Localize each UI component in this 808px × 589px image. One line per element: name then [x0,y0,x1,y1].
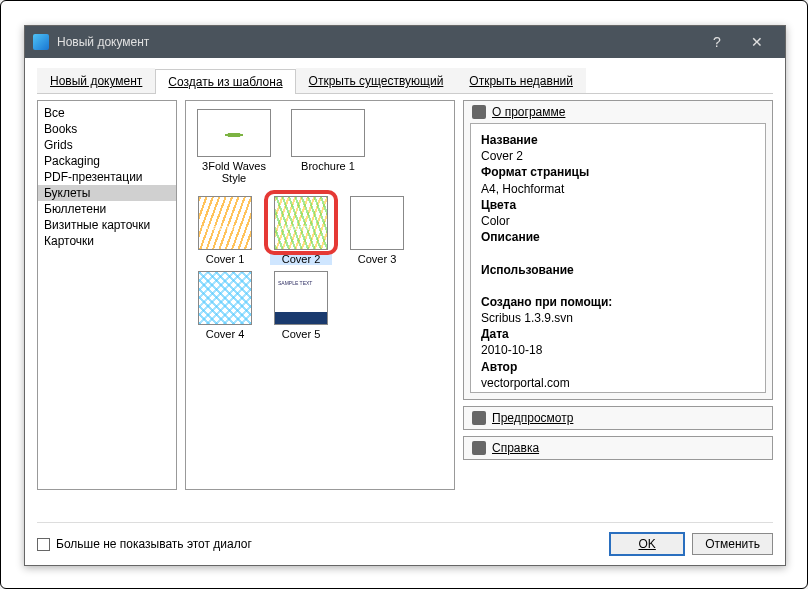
about-date-label: Дата [481,327,509,341]
about-author: vectorportal.com [481,376,570,390]
new-document-dialog: Новый документ ? ✕ Новый документ Создат… [24,25,786,566]
about-header[interactable]: О программе [464,101,772,123]
category-item[interactable]: Визитные карточки [38,217,176,233]
template-item[interactable]: Cover 3 [346,196,408,265]
preview-icon [472,411,486,425]
about-author-label: Автор [481,360,517,374]
template-label: Cover 3 [346,253,408,265]
about-name-label: Название [481,133,538,147]
template-item-selected[interactable]: Cover 2 [270,196,332,265]
category-item[interactable]: Books [38,121,176,137]
category-item[interactable]: Packaging [38,153,176,169]
window-title: Новый документ [57,35,697,49]
about-title: О программе [492,105,565,119]
category-item[interactable]: Все [38,105,176,121]
info-icon [472,105,486,119]
help-title: Справка [492,441,539,455]
about-made: Scribus 1.3.9.svn [481,311,573,325]
preview-section: Предпросмотр [463,406,773,430]
about-colors: Color [481,214,510,228]
help-section: Справка [463,436,773,460]
tabs: Новый документ Создать из шаблона Открыт… [37,68,773,94]
about-page: A4, Hochformat [481,182,564,196]
template-thumb [198,196,252,250]
template-label: Brochure 1 [288,160,368,172]
template-item[interactable]: 3Fold Waves Style [194,109,274,184]
template-label: Cover 2 [270,253,332,265]
about-section: О программе Название Cover 2 Формат стра… [463,100,773,400]
footer: Больше не показывать этот диалог OK Отме… [37,522,773,555]
template-item[interactable]: Cover 1 [194,196,256,265]
tab-open-existing[interactable]: Открыть существующий [296,68,457,93]
about-name: Cover 2 [481,149,523,163]
checkbox-label: Больше не показывать этот диалог [56,537,252,551]
about-date: 2010-10-18 [481,343,542,357]
about-page-label: Формат страницы [481,165,589,179]
category-item[interactable]: Буклеты [38,185,176,201]
help-header[interactable]: Справка [464,437,772,459]
category-item[interactable]: PDF-презентации [38,169,176,185]
template-thumb [274,196,328,250]
template-grid: 3Fold Waves Style Brochure 1 Cover 1 Cov… [185,100,455,490]
app-icon [33,34,49,50]
category-item[interactable]: Карточки [38,233,176,249]
preview-title: Предпросмотр [492,411,573,425]
template-thumb [197,109,271,157]
template-label: 3Fold Waves Style [194,160,274,184]
preview-header[interactable]: Предпросмотр [464,407,772,429]
ok-button[interactable]: OK [610,533,684,555]
about-desc-label: Описание [481,230,540,244]
dont-show-checkbox[interactable]: Больше не показывать этот диалог [37,537,252,551]
template-thumb [274,271,328,325]
checkbox-box[interactable] [37,538,50,551]
template-item[interactable]: Cover 4 [194,271,256,340]
category-item[interactable]: Бюллетени [38,201,176,217]
category-list[interactable]: Все Books Grids Packaging PDF-презентаци… [37,100,177,490]
about-made-label: Создано при помощи: [481,295,612,309]
cancel-button[interactable]: Отменить [692,533,773,555]
about-body: Название Cover 2 Формат страницы A4, Hoc… [470,123,766,393]
template-thumb [350,196,404,250]
template-item[interactable]: Cover 5 [270,271,332,340]
category-item[interactable]: Grids [38,137,176,153]
tab-new-document[interactable]: Новый документ [37,68,155,93]
tab-from-template[interactable]: Создать из шаблона [155,69,295,94]
template-thumb [291,109,365,157]
template-item[interactable]: Brochure 1 [288,109,368,184]
template-thumb [198,271,252,325]
about-usage-label: Использование [481,263,574,277]
titlebar: Новый документ ? ✕ [25,26,785,58]
template-label: Cover 4 [194,328,256,340]
tab-open-recent[interactable]: Открыть недавний [456,68,586,93]
template-label: Cover 5 [270,328,332,340]
close-button[interactable]: ✕ [737,34,777,50]
help-icon [472,441,486,455]
help-button[interactable]: ? [697,34,737,50]
about-colors-label: Цвета [481,198,516,212]
template-label: Cover 1 [194,253,256,265]
